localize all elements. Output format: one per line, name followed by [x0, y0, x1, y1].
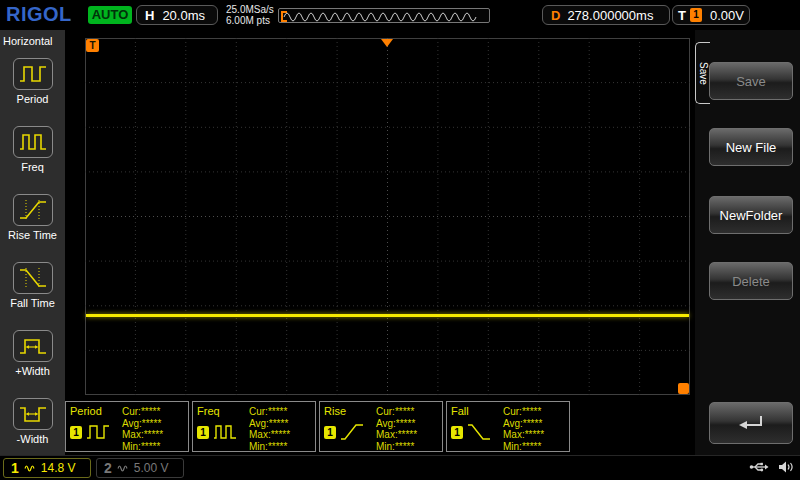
sidebar-item-rise-time[interactable]: Rise Time: [0, 194, 65, 241]
memory-waveform-icon: [279, 10, 489, 23]
trigger-position-marker: [381, 39, 393, 47]
new-file-button[interactable]: New File: [709, 128, 793, 166]
sidebar-item-label: Period: [0, 93, 65, 105]
measurement-name: Fall: [451, 405, 503, 417]
channel-badge: 1: [70, 426, 82, 439]
sidebar-item-label: +Width: [0, 365, 65, 377]
sidebar-item-label: Freq: [0, 161, 65, 173]
status-bar: 1 14.8 V 2 5.00 V: [0, 455, 800, 480]
measurement-cur: Cur:*****: [503, 406, 565, 418]
measurement-min: Min:*****: [122, 441, 184, 453]
sidebar-item-minus-width[interactable]: -Width: [0, 398, 65, 445]
channel-scale: 5.00 V: [134, 461, 169, 475]
sample-rate: 25.0MSa/s: [226, 4, 274, 15]
sidebar-item-plus-width[interactable]: +Width: [0, 330, 65, 377]
channel-1-status[interactable]: 1 14.8 V: [3, 458, 91, 478]
speaker-icon: [778, 460, 794, 474]
sidebar-item-freq[interactable]: Freq: [0, 126, 65, 173]
sidebar-title: Horizontal: [0, 30, 65, 47]
measurement-cur: Cur:*****: [122, 406, 184, 418]
measurement-min: Min:*****: [249, 441, 311, 453]
delay-edge-marker: [678, 383, 689, 394]
measurement-name: Rise: [324, 405, 376, 417]
delete-button[interactable]: Delete: [709, 262, 793, 300]
save-menu: Save Save New File NewFolder Delete: [695, 30, 800, 455]
measurement-row: Period 1 Cur:***** Avg:***** Max:***** M…: [65, 401, 570, 452]
run-status-badge: AUTO: [88, 6, 132, 24]
acquisition-readout: 25.0MSa/s 6.00M pts: [226, 4, 274, 26]
channel-badge: 1: [324, 426, 336, 439]
measurement-panel-rise: Rise 1 Cur:***** Avg:***** Max:***** Min…: [319, 401, 443, 452]
delay-value: 278.000000ms: [567, 8, 653, 23]
rigol-logo: RIGOL: [6, 3, 72, 26]
back-button[interactable]: [709, 402, 793, 444]
measurement-min: Min:*****: [503, 441, 565, 453]
save-button[interactable]: Save: [709, 62, 793, 100]
sidebar-item-label: Fall Time: [0, 297, 65, 309]
freq-icon: [13, 126, 53, 158]
new-folder-button[interactable]: NewFolder: [709, 196, 793, 234]
plus-width-icon: [13, 330, 53, 362]
period-icon: [86, 422, 110, 442]
measurement-avg: Avg:*****: [503, 418, 565, 430]
menu-tab: Save: [695, 42, 710, 104]
channel-number: 2: [104, 460, 112, 476]
sidebar-item-period[interactable]: Period: [0, 58, 65, 105]
period-icon: [13, 58, 53, 90]
measurement-max: Max:*****: [249, 429, 311, 441]
channel-2-status[interactable]: 2 5.00 V: [96, 458, 184, 478]
sidebar-item-label: -Width: [0, 433, 65, 445]
channel-number: 1: [11, 460, 19, 476]
coupling-icon: [24, 464, 36, 473]
minus-width-icon: [13, 398, 53, 430]
graticule: [85, 38, 690, 395]
measurement-avg: Avg:*****: [122, 418, 184, 430]
horizontal-measure-sidebar: Horizontal Period Freq Rise Time Fall Ti…: [0, 30, 65, 455]
delay-readout: D 278.000000ms: [542, 5, 670, 25]
trigger-readout: T 1 0.00V: [672, 5, 750, 25]
trigger-corner-marker: T: [86, 39, 99, 52]
usb-icon: [749, 461, 769, 473]
channel-scale: 14.8 V: [41, 461, 76, 475]
measurement-max: Max:*****: [122, 429, 184, 441]
channel-badge: 1: [451, 426, 463, 439]
channel-1-trace: [86, 314, 689, 317]
measurement-cur: Cur:*****: [249, 406, 311, 418]
measurement-max: Max:*****: [376, 429, 438, 441]
channel-badge: 1: [197, 426, 209, 439]
fall-time-icon: [467, 422, 491, 442]
trigger-source-badge: 1: [690, 8, 702, 22]
measurement-name: Freq: [197, 405, 249, 417]
trigger-label: T: [678, 8, 686, 23]
measurement-max: Max:*****: [503, 429, 565, 441]
waveform-display: T: [85, 38, 690, 395]
return-icon: [733, 411, 769, 435]
measurement-panel-period: Period 1 Cur:***** Avg:***** Max:***** M…: [65, 401, 189, 452]
measurement-name: Period: [70, 405, 122, 417]
horizontal-label: H: [145, 8, 154, 23]
measurement-min: Min:*****: [376, 441, 438, 453]
rise-time-icon: [340, 422, 364, 442]
timebase-readout: H 20.0ms: [136, 5, 218, 25]
memory-position-indicator: [278, 8, 490, 23]
rise-time-icon: [13, 194, 53, 226]
coupling-icon: [117, 464, 129, 473]
measurement-panel-fall: Fall 1 Cur:***** Avg:***** Max:***** Min…: [446, 401, 570, 452]
measurement-panel-freq: Freq 1 Cur:***** Avg:***** Max:***** Min…: [192, 401, 316, 452]
freq-icon: [213, 422, 237, 442]
trigger-level-value: 0.00V: [710, 8, 744, 23]
timebase-value: 20.0ms: [162, 8, 205, 23]
measurement-avg: Avg:*****: [376, 418, 438, 430]
measurement-avg: Avg:*****: [249, 418, 311, 430]
fall-time-icon: [13, 262, 53, 294]
delay-label: D: [551, 8, 560, 23]
oscilloscope-screen: RIGOL AUTO H 20.0ms 25.0MSa/s 6.00M pts …: [0, 0, 800, 480]
memory-depth: 6.00M pts: [226, 15, 274, 26]
sidebar-item-fall-time[interactable]: Fall Time: [0, 262, 65, 309]
sidebar-item-label: Rise Time: [0, 229, 65, 241]
menu-tab-label: Save: [698, 62, 709, 85]
top-bar: RIGOL AUTO H 20.0ms 25.0MSa/s 6.00M pts …: [0, 0, 800, 30]
measurement-cur: Cur:*****: [376, 406, 438, 418]
